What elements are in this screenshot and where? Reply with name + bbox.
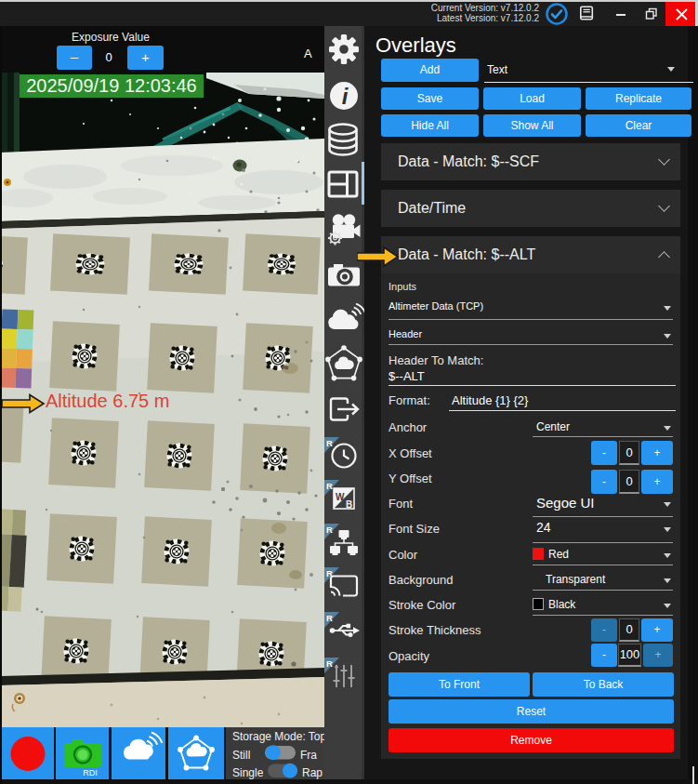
svg-text:RDI: RDI <box>83 768 98 777</box>
svg-text:W: W <box>336 492 345 502</box>
svg-text:Rap: Rap <box>302 766 323 779</box>
svg-text:Fra: Fra <box>300 749 317 762</box>
svg-text:Still: Still <box>232 749 250 762</box>
svg-text:B: B <box>346 499 352 510</box>
svg-text:Storage Mode: Top: Storage Mode: Top <box>232 730 324 743</box>
svg-text:Single: Single <box>232 766 264 779</box>
